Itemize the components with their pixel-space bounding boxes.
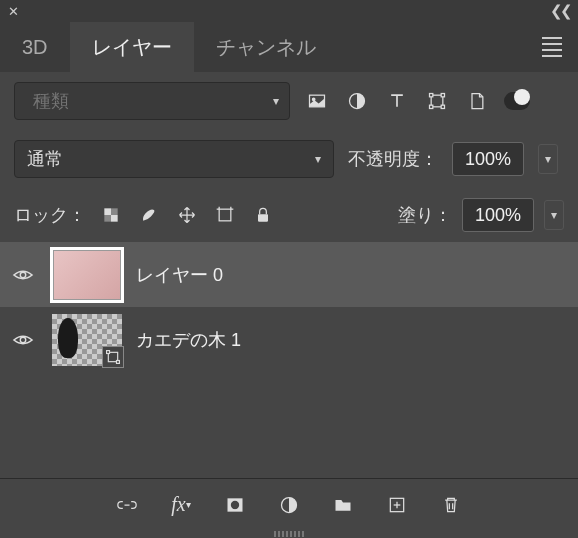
delete-layer-icon[interactable] — [438, 492, 464, 518]
filter-pixel-icon[interactable] — [304, 88, 330, 114]
filter-shape-icon[interactable] — [424, 88, 450, 114]
svg-rect-9 — [441, 105, 444, 108]
filter-adjustment-icon[interactable] — [344, 88, 370, 114]
opacity-value[interactable]: 100% — [452, 142, 524, 176]
layer-row[interactable]: レイヤー 0 — [0, 242, 578, 307]
collapse-icon[interactable]: ❮❮ — [550, 2, 570, 20]
svg-rect-14 — [219, 209, 231, 221]
layer-row[interactable]: カエデの木 1 — [0, 307, 578, 372]
layer-name[interactable]: レイヤー 0 — [136, 263, 223, 287]
lock-position-icon[interactable] — [174, 202, 200, 228]
chevron-down-icon: ▾ — [315, 152, 321, 166]
visibility-icon[interactable] — [8, 329, 38, 351]
layer-name[interactable]: カエデの木 1 — [136, 328, 241, 352]
fill-dropdown[interactable]: ▾ — [544, 200, 564, 230]
svg-rect-13 — [104, 215, 111, 222]
svg-rect-6 — [430, 94, 433, 97]
layer-style-icon[interactable]: fx▾ — [168, 492, 194, 518]
fill-value[interactable]: 100% — [462, 198, 534, 232]
svg-point-21 — [20, 337, 26, 343]
svg-rect-7 — [441, 94, 444, 97]
svg-point-20 — [20, 272, 26, 278]
close-icon[interactable]: ✕ — [8, 4, 19, 19]
layer-list: レイヤー 0 カエデの木 1 — [0, 242, 578, 478]
filter-toggle[interactable] — [504, 92, 530, 110]
svg-rect-8 — [430, 105, 433, 108]
svg-rect-24 — [117, 360, 120, 363]
chevron-down-icon[interactable]: ▾ — [273, 94, 279, 108]
add-mask-icon[interactable] — [222, 492, 248, 518]
filter-input[interactable] — [33, 91, 265, 112]
new-group-icon[interactable] — [330, 492, 356, 518]
smart-object-icon — [102, 346, 124, 368]
blend-mode-value: 通常 — [27, 147, 63, 171]
filter-smartobject-icon[interactable] — [464, 88, 490, 114]
blend-mode-select[interactable]: 通常 ▾ — [14, 140, 334, 178]
svg-rect-23 — [107, 350, 110, 353]
svg-rect-10 — [104, 208, 111, 215]
new-layer-icon[interactable] — [384, 492, 410, 518]
link-layers-icon[interactable] — [114, 492, 140, 518]
svg-point-26 — [231, 500, 239, 508]
panel-menu-icon[interactable] — [536, 22, 568, 72]
visibility-icon[interactable] — [8, 264, 38, 286]
lock-paint-icon[interactable] — [136, 202, 162, 228]
resize-grip[interactable] — [0, 530, 578, 538]
lock-all-icon[interactable] — [250, 202, 276, 228]
filter-type-icon[interactable] — [384, 88, 410, 114]
lock-transparency-icon[interactable] — [98, 202, 124, 228]
tab-layers[interactable]: レイヤー — [70, 22, 194, 72]
opacity-dropdown[interactable]: ▾ — [538, 144, 558, 174]
filter-search[interactable]: ▾ — [14, 82, 290, 120]
new-adjustment-icon[interactable] — [276, 492, 302, 518]
tab-3d[interactable]: 3D — [0, 22, 70, 72]
layer-thumbnail[interactable] — [52, 249, 122, 301]
svg-rect-19 — [258, 214, 268, 222]
fill-label: 塗り： — [398, 203, 452, 227]
svg-rect-12 — [111, 208, 118, 215]
svg-rect-11 — [111, 215, 118, 222]
opacity-label: 不透明度： — [348, 147, 438, 171]
lock-artboard-icon[interactable] — [212, 202, 238, 228]
layer-thumbnail[interactable] — [52, 314, 122, 366]
lock-label: ロック： — [14, 203, 86, 227]
tab-channels[interactable]: チャンネル — [194, 22, 338, 72]
